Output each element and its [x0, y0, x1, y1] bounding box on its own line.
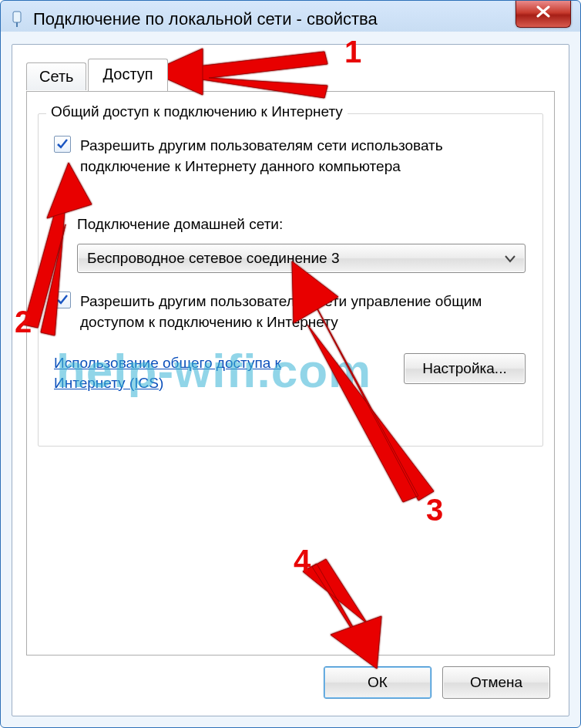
- ics-groupbox: Общий доступ к подключению к Интернету Р…: [38, 113, 543, 447]
- close-button[interactable]: [516, 1, 571, 28]
- group-title: Общий доступ к подключению к Интернету: [46, 103, 348, 120]
- ok-button[interactable]: ОК: [324, 666, 432, 699]
- properties-dialog: Подключение по локальной сети - свойства…: [0, 0, 581, 728]
- window-title: Подключение по локальной сети - свойства: [33, 9, 378, 29]
- svg-rect-0: [13, 12, 21, 22]
- tab-network[interactable]: Сеть: [26, 62, 86, 90]
- tab-access[interactable]: Доступ: [88, 59, 167, 91]
- home-connection-dropdown[interactable]: Беспроводное сетевое соединение 3: [77, 244, 526, 273]
- allow-use-label: Разрешить другим пользователям сети испо…: [80, 136, 527, 177]
- network-adapter-icon: [8, 11, 25, 28]
- settings-button[interactable]: Настройка...: [404, 353, 526, 384]
- allow-use-checkbox[interactable]: [54, 136, 71, 153]
- tab-strip: Сеть Доступ: [26, 59, 170, 90]
- allow-manage-label: Разрешить другим пользователям сети упра…: [80, 292, 527, 332]
- tab-panel: Общий доступ к подключению к Интернету Р…: [26, 91, 555, 656]
- allow-use-row: Разрешить другим пользователям сети испо…: [54, 136, 527, 177]
- dialog-buttons: ОК Отмена: [324, 666, 550, 699]
- dropdown-selected-value: Беспроводное сетевое соединение 3: [87, 250, 339, 267]
- link-row: Использование общего доступа к Интернету…: [54, 353, 526, 393]
- home-connection-label: Подключение домашней сети:: [77, 216, 283, 233]
- allow-manage-row: Разрешить другим пользователям сети упра…: [54, 292, 527, 332]
- allow-manage-checkbox[interactable]: [54, 292, 71, 308]
- ics-help-link[interactable]: Использование общего доступа к Интернету…: [54, 353, 331, 393]
- close-icon: [536, 4, 550, 21]
- titlebar: Подключение по локальной сети - свойства: [1, 1, 580, 38]
- client-area: Сеть Доступ Общий доступ к подключению к…: [12, 44, 569, 716]
- cancel-button[interactable]: Отмена: [442, 666, 550, 699]
- chevron-down-icon: [505, 250, 516, 267]
